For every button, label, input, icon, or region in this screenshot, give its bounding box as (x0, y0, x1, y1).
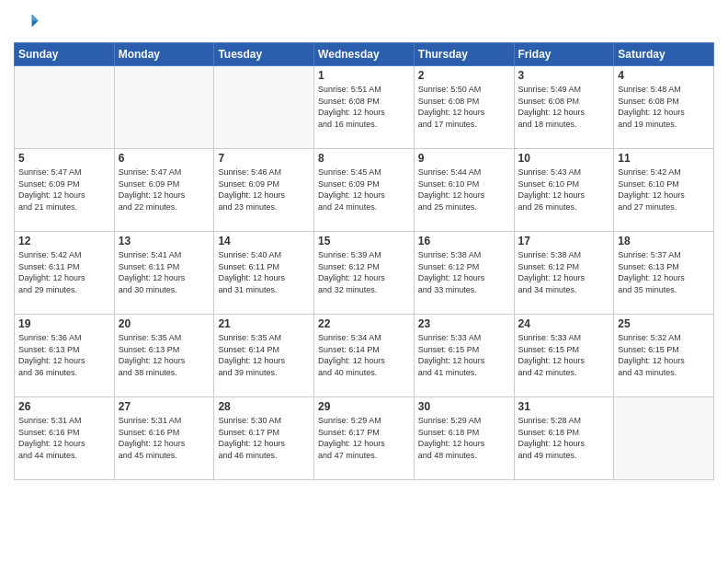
day-cell: 29Sunrise: 5:29 AM Sunset: 6:17 PM Dayli… (314, 397, 415, 480)
day-number: 22 (318, 317, 410, 330)
day-info: Sunrise: 5:37 AM Sunset: 6:13 PM Dayligh… (618, 249, 710, 295)
day-cell: 11Sunrise: 5:42 AM Sunset: 6:10 PM Dayli… (614, 149, 714, 232)
day-info: Sunrise: 5:30 AM Sunset: 6:17 PM Dayligh… (218, 415, 310, 461)
day-info: Sunrise: 5:35 AM Sunset: 6:14 PM Dayligh… (218, 332, 310, 378)
day-number: 29 (318, 400, 410, 413)
day-cell: 13Sunrise: 5:41 AM Sunset: 6:11 PM Dayli… (114, 232, 214, 315)
day-number: 6 (119, 152, 210, 165)
day-number: 4 (618, 69, 710, 82)
day-number: 24 (518, 317, 610, 330)
calendar-table: SundayMondayTuesdayWednesdayThursdayFrid… (14, 42, 714, 480)
weekday-header-row: SundayMondayTuesdayWednesdayThursdayFrid… (15, 43, 714, 66)
day-cell: 25Sunrise: 5:32 AM Sunset: 6:15 PM Dayli… (614, 315, 714, 397)
day-cell: 12Sunrise: 5:42 AM Sunset: 6:11 PM Dayli… (15, 232, 115, 315)
week-row-3: 12Sunrise: 5:42 AM Sunset: 6:11 PM Dayli… (15, 232, 714, 315)
day-info: Sunrise: 5:45 AM Sunset: 6:09 PM Dayligh… (318, 167, 410, 213)
day-info: Sunrise: 5:29 AM Sunset: 6:17 PM Dayligh… (318, 415, 410, 461)
weekday-friday: Friday (514, 43, 614, 66)
day-cell: 8Sunrise: 5:45 AM Sunset: 6:09 PM Daylig… (314, 149, 415, 232)
day-number: 26 (18, 400, 110, 413)
day-cell: 22Sunrise: 5:34 AM Sunset: 6:14 PM Dayli… (314, 315, 415, 397)
day-number: 16 (418, 235, 510, 247)
day-number: 7 (218, 152, 310, 165)
day-number: 21 (218, 317, 310, 330)
day-cell: 27Sunrise: 5:31 AM Sunset: 6:16 PM Dayli… (114, 397, 214, 480)
logo (14, 9, 43, 35)
day-info: Sunrise: 5:47 AM Sunset: 6:09 PM Dayligh… (18, 167, 110, 213)
day-info: Sunrise: 5:44 AM Sunset: 6:10 PM Dayligh… (418, 167, 510, 213)
page-container: SundayMondayTuesdayWednesdayThursdayFrid… (0, 0, 728, 494)
day-cell: 26Sunrise: 5:31 AM Sunset: 6:16 PM Dayli… (15, 397, 115, 480)
day-cell: 7Sunrise: 5:46 AM Sunset: 6:09 PM Daylig… (214, 149, 314, 232)
day-info: Sunrise: 5:43 AM Sunset: 6:10 PM Dayligh… (518, 167, 610, 213)
day-number: 20 (119, 317, 210, 330)
day-info: Sunrise: 5:51 AM Sunset: 6:08 PM Dayligh… (318, 84, 410, 130)
day-info: Sunrise: 5:29 AM Sunset: 6:18 PM Dayligh… (418, 415, 510, 461)
day-cell (15, 66, 115, 149)
day-cell: 28Sunrise: 5:30 AM Sunset: 6:17 PM Dayli… (214, 397, 314, 480)
day-number: 18 (618, 235, 710, 247)
day-cell: 24Sunrise: 5:33 AM Sunset: 6:15 PM Dayli… (514, 315, 614, 397)
day-cell (614, 397, 714, 480)
weekday-saturday: Saturday (614, 43, 714, 66)
weekday-sunday: Sunday (15, 43, 115, 66)
day-cell: 3Sunrise: 5:49 AM Sunset: 6:08 PM Daylig… (514, 66, 614, 149)
calendar-body: 1Sunrise: 5:51 AM Sunset: 6:08 PM Daylig… (15, 66, 714, 480)
weekday-monday: Monday (114, 43, 214, 66)
day-info: Sunrise: 5:50 AM Sunset: 6:08 PM Dayligh… (418, 84, 510, 130)
week-row-1: 1Sunrise: 5:51 AM Sunset: 6:08 PM Daylig… (15, 66, 714, 149)
day-number: 14 (218, 235, 310, 247)
day-info: Sunrise: 5:38 AM Sunset: 6:12 PM Dayligh… (418, 249, 510, 295)
weekday-wednesday: Wednesday (314, 43, 415, 66)
day-info: Sunrise: 5:40 AM Sunset: 6:11 PM Dayligh… (218, 249, 310, 295)
day-info: Sunrise: 5:32 AM Sunset: 6:15 PM Dayligh… (618, 332, 710, 378)
week-row-4: 19Sunrise: 5:36 AM Sunset: 6:13 PM Dayli… (15, 315, 714, 397)
day-info: Sunrise: 5:38 AM Sunset: 6:12 PM Dayligh… (518, 249, 610, 295)
day-number: 10 (518, 152, 610, 165)
day-info: Sunrise: 5:36 AM Sunset: 6:13 PM Dayligh… (18, 332, 110, 378)
weekday-thursday: Thursday (414, 43, 514, 66)
day-number: 19 (18, 317, 110, 330)
day-cell: 20Sunrise: 5:35 AM Sunset: 6:13 PM Dayli… (114, 315, 214, 397)
day-info: Sunrise: 5:48 AM Sunset: 6:08 PM Dayligh… (618, 84, 710, 130)
day-number: 5 (18, 152, 110, 165)
day-number: 17 (518, 235, 610, 247)
day-info: Sunrise: 5:46 AM Sunset: 6:09 PM Dayligh… (218, 167, 310, 213)
day-number: 23 (418, 317, 510, 330)
day-info: Sunrise: 5:33 AM Sunset: 6:15 PM Dayligh… (518, 332, 610, 378)
day-cell (114, 66, 214, 149)
day-number: 25 (618, 317, 710, 330)
day-info: Sunrise: 5:49 AM Sunset: 6:08 PM Dayligh… (518, 84, 610, 130)
day-info: Sunrise: 5:47 AM Sunset: 6:09 PM Dayligh… (119, 167, 210, 213)
day-info: Sunrise: 5:42 AM Sunset: 6:11 PM Dayligh… (18, 249, 110, 295)
weekday-tuesday: Tuesday (214, 43, 314, 66)
week-row-5: 26Sunrise: 5:31 AM Sunset: 6:16 PM Dayli… (15, 397, 714, 480)
day-cell: 10Sunrise: 5:43 AM Sunset: 6:10 PM Dayli… (514, 149, 614, 232)
day-cell: 30Sunrise: 5:29 AM Sunset: 6:18 PM Dayli… (414, 397, 514, 480)
calendar-header: SundayMondayTuesdayWednesdayThursdayFrid… (15, 43, 714, 66)
day-info: Sunrise: 5:41 AM Sunset: 6:11 PM Dayligh… (119, 249, 210, 295)
day-number: 1 (318, 69, 410, 82)
day-number: 2 (418, 69, 510, 82)
day-cell (214, 66, 314, 149)
day-cell: 5Sunrise: 5:47 AM Sunset: 6:09 PM Daylig… (15, 149, 115, 232)
day-cell: 18Sunrise: 5:37 AM Sunset: 6:13 PM Dayli… (614, 232, 714, 315)
day-cell: 31Sunrise: 5:28 AM Sunset: 6:18 PM Dayli… (514, 397, 614, 480)
day-number: 13 (119, 235, 210, 247)
day-number: 8 (318, 152, 410, 165)
day-number: 12 (18, 235, 110, 247)
day-number: 30 (418, 400, 510, 413)
day-cell: 17Sunrise: 5:38 AM Sunset: 6:12 PM Dayli… (514, 232, 614, 315)
day-number: 9 (418, 152, 510, 165)
day-info: Sunrise: 5:31 AM Sunset: 6:16 PM Dayligh… (119, 415, 210, 461)
day-cell: 21Sunrise: 5:35 AM Sunset: 6:14 PM Dayli… (214, 315, 314, 397)
day-cell: 2Sunrise: 5:50 AM Sunset: 6:08 PM Daylig… (414, 66, 514, 149)
day-info: Sunrise: 5:31 AM Sunset: 6:16 PM Dayligh… (18, 415, 110, 461)
day-number: 31 (518, 400, 610, 413)
week-row-2: 5Sunrise: 5:47 AM Sunset: 6:09 PM Daylig… (15, 149, 714, 232)
day-cell: 14Sunrise: 5:40 AM Sunset: 6:11 PM Dayli… (214, 232, 314, 315)
day-cell: 19Sunrise: 5:36 AM Sunset: 6:13 PM Dayli… (15, 315, 115, 397)
day-cell: 15Sunrise: 5:39 AM Sunset: 6:12 PM Dayli… (314, 232, 415, 315)
page-header (14, 9, 714, 35)
day-cell: 4Sunrise: 5:48 AM Sunset: 6:08 PM Daylig… (614, 66, 714, 149)
